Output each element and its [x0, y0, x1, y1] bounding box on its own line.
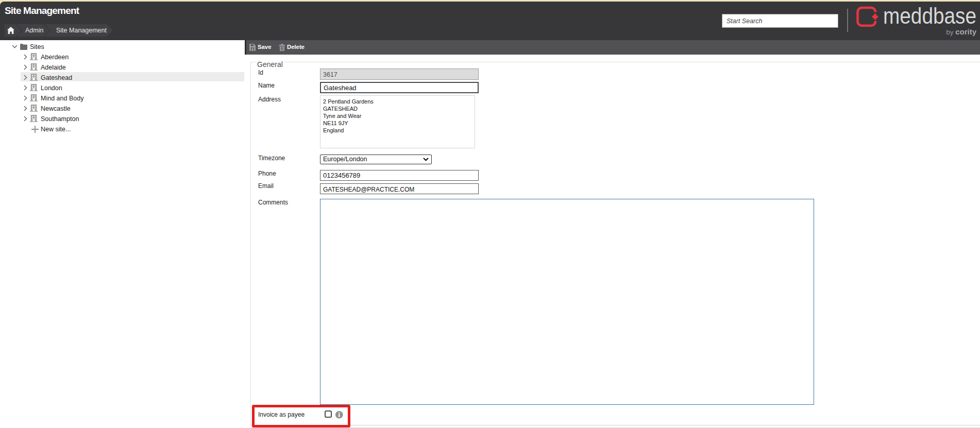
svg-text:meddbase: meddbase: [883, 3, 976, 28]
svg-text:by cority: by cority: [946, 27, 977, 36]
